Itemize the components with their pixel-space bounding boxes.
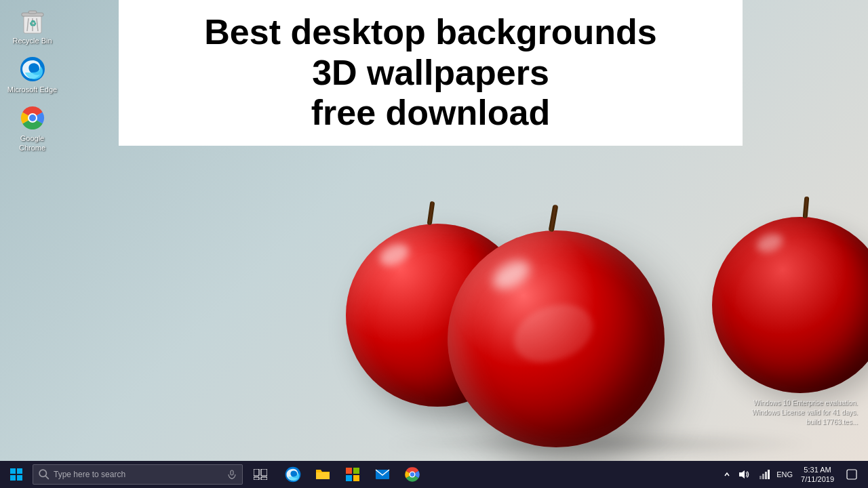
mail-icon: [374, 466, 391, 483]
volume-icon: [738, 469, 749, 480]
apple-back-right: [712, 217, 868, 393]
start-button[interactable]: [0, 461, 33, 488]
video-text-overlay: Best desktop backgrounds 3D wallpapers f…: [119, 0, 743, 146]
svg-rect-16: [231, 470, 233, 475]
date-display: 7/11/2019: [801, 474, 834, 484]
svg-rect-13: [17, 475, 22, 481]
task-view-button[interactable]: [245, 461, 275, 488]
volume-tray-button[interactable]: [734, 461, 753, 488]
task-view-icon: [254, 469, 267, 480]
activation-text: Windows 10 Enterprise evaluation. Window…: [752, 399, 858, 427]
taskbar-search[interactable]: Type here to search: [33, 464, 243, 485]
notification-button[interactable]: [841, 461, 863, 488]
search-placeholder-text: Type here to search: [54, 470, 125, 479]
tray-overflow-button[interactable]: [721, 471, 733, 478]
file-explorer-icon: [315, 466, 331, 483]
store-taskbar-button[interactable]: [338, 461, 368, 488]
file-explorer-taskbar-button[interactable]: [308, 461, 338, 488]
chrome-label: Google Chrome: [7, 134, 58, 152]
notification-icon: [846, 469, 857, 480]
system-tray: ENG 5:31 AM 7/11/2019: [721, 461, 868, 488]
language-tray-button[interactable]: ENG: [775, 461, 794, 488]
mail-taskbar-button[interactable]: [368, 461, 397, 488]
recycle-bin-image: ♻: [19, 7, 46, 34]
svg-rect-34: [768, 470, 770, 479]
chrome-desktop-icon[interactable]: Google Chrome: [7, 104, 58, 152]
svg-rect-24: [353, 468, 359, 474]
svg-rect-21: [261, 477, 267, 480]
search-icon: [39, 469, 50, 480]
svg-rect-20: [254, 477, 259, 480]
edge-taskbar-icon: [285, 466, 301, 483]
svg-rect-25: [346, 475, 352, 481]
apple-main: [448, 230, 665, 447]
svg-rect-18: [254, 469, 259, 476]
overlay-title: Best desktop backgrounds 3D wallpapers f…: [204, 12, 656, 134]
edge-label: Microsoft Edge: [7, 85, 57, 94]
svg-rect-23: [346, 468, 352, 474]
svg-rect-11: [17, 468, 22, 474]
recycle-bin-label: Recycle Bin: [12, 37, 52, 45]
chrome-image: [19, 104, 46, 131]
svg-rect-12: [10, 475, 16, 481]
svg-rect-2: [28, 11, 37, 14]
chevron-up-icon: [724, 471, 730, 478]
svg-rect-31: [760, 476, 762, 479]
stem-back-right: [803, 197, 810, 218]
svg-rect-26: [353, 475, 359, 481]
svg-point-29: [410, 472, 414, 476]
taskbar: Type here to search: [0, 461, 868, 488]
time-display: 5:31 AM: [804, 465, 831, 474]
svg-rect-32: [762, 474, 764, 479]
svg-rect-33: [765, 472, 767, 479]
chrome-taskbar-icon: [404, 466, 420, 483]
svg-rect-19: [261, 469, 267, 476]
microphone-icon: [227, 470, 237, 479]
clock-button[interactable]: 5:31 AM 7/11/2019: [795, 461, 840, 488]
edge-image: [19, 56, 46, 83]
svg-text:♻: ♻: [28, 19, 36, 28]
edge-desktop-icon[interactable]: Microsoft Edge: [7, 56, 58, 94]
svg-point-9: [29, 115, 36, 121]
network-tray-button[interactable]: [755, 461, 774, 488]
svg-line-15: [45, 476, 49, 479]
store-icon: [344, 466, 361, 483]
edge-taskbar-button[interactable]: [278, 461, 308, 488]
desktop: Best desktop backgrounds 3D wallpapers f…: [0, 0, 868, 461]
desktop-icons: ♻ Recycle Bin Microsoft Edge: [7, 7, 58, 152]
svg-marker-30: [739, 470, 745, 479]
stem-main: [549, 205, 559, 232]
svg-rect-10: [10, 468, 16, 474]
svg-point-14: [39, 470, 46, 476]
network-icon: [759, 469, 770, 480]
stem-back-left: [427, 201, 435, 226]
recycle-bin-icon[interactable]: ♻ Recycle Bin: [7, 7, 58, 45]
chrome-taskbar-button[interactable]: [397, 461, 427, 488]
taskbar-pinned-apps: [278, 461, 427, 488]
svg-rect-35: [847, 470, 856, 479]
